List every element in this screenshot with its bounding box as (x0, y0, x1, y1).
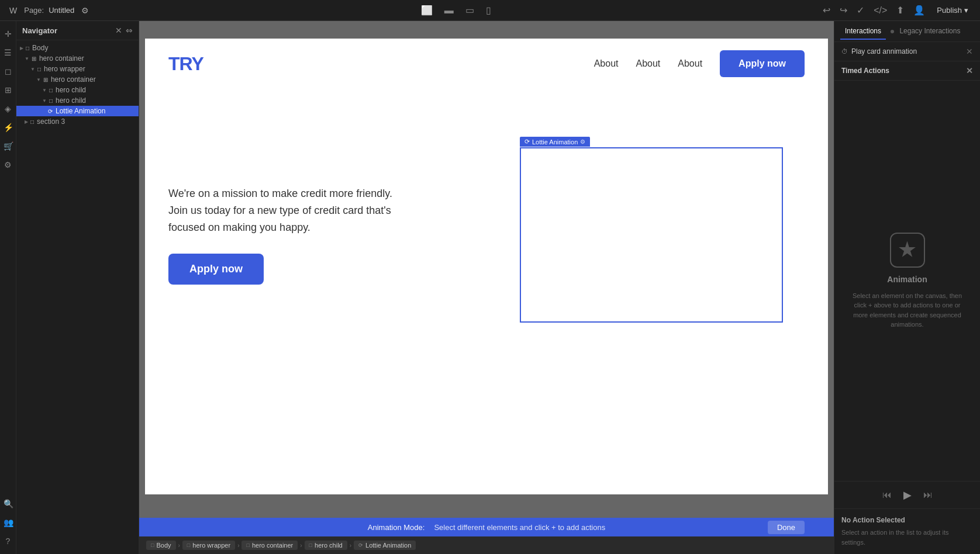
webflow-logo[interactable]: W (7, 5, 19, 16)
play-card-label: ⏱ Play card annimation (841, 47, 917, 56)
webpage-preview: TRY About About About Apply now We're on… (145, 39, 828, 494)
hero-right: ⟳ Lottie Animation ⚙ (498, 147, 805, 323)
breadcrumb-hero-wrapper-label: hero wrapper (192, 542, 230, 549)
assets-icon[interactable]: ◈ (1, 101, 15, 117)
breadcrumb-lottie-icon: ⟳ (358, 542, 363, 548)
playback-skip-forward-btn[interactable]: ⏭ (921, 487, 935, 503)
nav-item-hero-child-2[interactable]: ▼ □ hero child (16, 95, 139, 106)
nav-apply-btn[interactable]: Apply now (720, 50, 805, 77)
add-element-icon[interactable]: ✛ (1, 26, 15, 42)
navigator-expand-btn[interactable]: ⇔ (126, 26, 133, 35)
code-btn[interactable]: </> (871, 3, 889, 18)
no-action-desc: Select an action in the list to adjust i… (841, 528, 973, 547)
breadcrumb-lottie[interactable]: ⟳ Lottie Animation (354, 541, 416, 550)
nav-item-hero-child-1[interactable]: ▼ □ hero child (16, 85, 139, 95)
preview-btn[interactable]: ✓ (854, 2, 867, 18)
lottie-label-text: Lottie Animation (532, 138, 578, 146)
hero-apply-btn[interactable]: Apply now (168, 254, 264, 285)
desktop-btn[interactable]: ⬜ (417, 4, 436, 17)
breadcrumb-hero-container[interactable]: □ hero container (241, 541, 298, 550)
canvas-area: TRY About About About Apply now We're on… (139, 21, 834, 554)
nav-link-3[interactable]: About (678, 58, 702, 69)
playback-controls: ⏮ ▶ ⏭ (834, 481, 980, 508)
playback-play-btn[interactable]: ▶ (903, 489, 912, 501)
collab-btn[interactable]: 👤 (911, 2, 927, 18)
animation-mode-desc: Select different elements and click + to… (434, 523, 605, 532)
page-settings-icon[interactable]: ⚙ (79, 5, 91, 16)
undo-btn[interactable]: ↩ (820, 2, 833, 18)
nav-item-hero-wrapper[interactable]: ▼ □ hero wrapper (16, 64, 139, 74)
lottie-element[interactable]: ⟳ Lottie Animation ⚙ (520, 147, 783, 323)
done-button[interactable]: Done (768, 521, 805, 534)
tab-dot (891, 30, 894, 33)
publish-button[interactable]: Publish ▾ (932, 4, 973, 17)
breadcrumb-bar: □ Body › □ hero wrapper › □ hero contain… (139, 536, 834, 554)
timed-actions-title: Timed Actions ✕ (834, 61, 980, 81)
animation-mode-label: Animation Mode: (368, 523, 425, 532)
breadcrumb-body-icon: □ (151, 542, 154, 548)
breadcrumb-hero-container-icon: □ (246, 542, 249, 548)
settings-icon[interactable]: ⚙ (1, 157, 15, 173)
mobile-landscape-btn[interactable]: ▭ (462, 4, 478, 17)
animation-icon (890, 233, 925, 268)
timed-add-btn[interactable]: ✕ (966, 66, 973, 75)
lottie-label-bar: ⟳ Lottie Animation ⚙ (520, 137, 590, 147)
page-name: Untitled (49, 6, 74, 15)
panel-tabs: Interactions Legacy Interactions (834, 21, 980, 42)
site-nav-links: About About About Apply now (594, 50, 805, 77)
nav-item-lottie-animation[interactable]: ⟳ Lottie Animation (16, 106, 139, 116)
toolbar-right: ↩ ↪ ✓ </> ⬆ 👤 Publish ▾ (820, 2, 973, 18)
nav-item-hero-container-1[interactable]: ▼ ⊞ hero container (16, 53, 139, 64)
navigator-actions: ✕ ⇔ (115, 26, 133, 35)
help-icon[interactable]: ? (1, 533, 15, 549)
tab-interactions-label: Interactions (845, 27, 881, 35)
nav-item-hero-container-2[interactable]: ▼ ⊞ hero container (16, 74, 139, 85)
navigator-icon[interactable]: ☰ (1, 44, 15, 61)
left-sidebar: ✛ ☰ ◻ ⊞ ◈ ⚡ 🛒 ⚙ 🔍 👥 ? (0, 21, 16, 554)
tab-interactions[interactable]: Interactions (840, 23, 886, 40)
ecommerce-icon[interactable]: 🛒 (1, 138, 15, 154)
lottie-settings-icon[interactable]: ⚙ (580, 138, 585, 145)
animation-label: Animation (887, 275, 927, 284)
cms-icon[interactable]: ⊞ (1, 82, 15, 98)
canvas-container[interactable]: TRY About About About Apply now We're on… (139, 21, 834, 518)
hero-left: We're on a mission to make credit more f… (168, 185, 498, 284)
timed-actions-label: Timed Actions (841, 67, 889, 75)
lottie-icon: ⟳ (524, 138, 530, 146)
search-icon[interactable]: 🔍 (1, 496, 15, 512)
navigator-header: Navigator ✕ ⇔ (16, 21, 139, 40)
site-logo: TRY (168, 53, 203, 75)
breadcrumb-body[interactable]: □ Body (146, 541, 176, 550)
nav-link-1[interactable]: About (594, 58, 619, 69)
play-card-row: ⏱ Play card annimation ✕ (834, 42, 980, 61)
redo-btn[interactable]: ↪ (837, 2, 850, 18)
pages-icon[interactable]: ◻ (1, 63, 15, 79)
breadcrumb-hero-child[interactable]: □ hero child (305, 541, 347, 550)
play-card-close-btn[interactable]: ✕ (966, 47, 973, 56)
users-icon[interactable]: 👥 (1, 514, 15, 531)
breadcrumb-hero-wrapper[interactable]: □ hero wrapper (182, 541, 235, 550)
toolbar-center: ⬜ ▬ ▭ ▯ (417, 4, 495, 17)
export-btn[interactable]: ⬆ (894, 2, 906, 18)
main-area: ✛ ☰ ◻ ⊞ ◈ ⚡ 🛒 ⚙ 🔍 👥 ? Navigator ✕ ⇔ ▶ □ … (0, 21, 980, 554)
tab-legacy-interactions[interactable]: Legacy Interactions (886, 23, 965, 40)
site-hero: We're on a mission to make credit more f… (145, 89, 828, 381)
nav-label-hero-container-2: hero container (51, 75, 96, 84)
nav-item-body[interactable]: ▶ □ Body (16, 43, 139, 53)
logic-icon[interactable]: ⚡ (1, 119, 15, 136)
nav-label-hero-child-2: hero child (56, 96, 86, 105)
top-toolbar: W Page: Untitled ⚙ ⬜ ▬ ▭ ▯ ↩ ↪ ✓ </> ⬆ 👤… (0, 0, 980, 21)
nav-link-2[interactable]: About (636, 58, 660, 69)
nav-item-section-3[interactable]: ▶ □ section 3 (16, 116, 139, 127)
breadcrumb-lottie-label: Lottie Animation (365, 542, 411, 549)
tablet-btn[interactable]: ▬ (441, 4, 457, 17)
no-action-title: No Action Selected (841, 516, 973, 524)
mobile-btn[interactable]: ▯ (482, 4, 495, 17)
breadcrumb-hero-wrapper-icon: □ (187, 542, 190, 548)
navigator-close-btn[interactable]: ✕ (115, 26, 122, 35)
nav-label-body: Body (32, 44, 48, 52)
nav-label-lottie: Lottie Animation (56, 107, 105, 115)
playback-skip-back-btn[interactable]: ⏮ (880, 487, 894, 503)
animation-desc: Select an element on the canvas, then cl… (846, 291, 968, 330)
nav-label-hero-container-1: hero container (39, 54, 84, 63)
